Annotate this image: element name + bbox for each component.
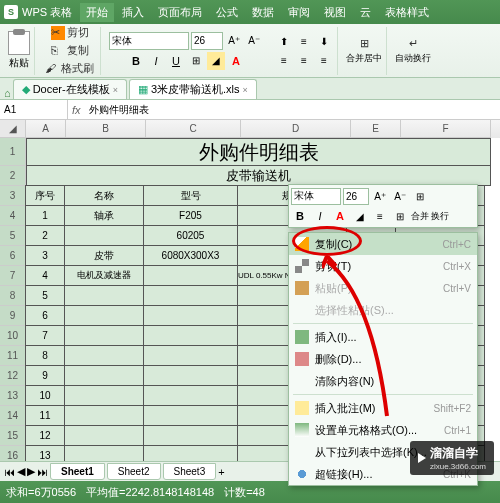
menu-layout[interactable]: 页面布局 bbox=[152, 3, 208, 22]
font-family-select[interactable] bbox=[109, 32, 189, 50]
bold-button[interactable]: B bbox=[127, 52, 145, 70]
col-header[interactable]: B bbox=[66, 120, 146, 138]
mini-size-select[interactable] bbox=[343, 188, 369, 205]
fontsize-down[interactable]: A⁻ bbox=[245, 32, 263, 50]
main-menu: 开始 插入 页面布局 公式 数据 审阅 视图 云 表格样式 bbox=[80, 3, 435, 22]
menu-insert[interactable]: 插入 bbox=[116, 3, 150, 22]
select-all-corner[interactable]: ◢ bbox=[0, 120, 26, 138]
sheet-nav-prev[interactable]: ◀ bbox=[17, 465, 25, 478]
mini-fontcolor[interactable]: A bbox=[331, 207, 349, 225]
formatpainter-button[interactable]: 🖌格式刷 bbox=[43, 60, 96, 77]
underline-button[interactable]: U bbox=[167, 52, 185, 70]
font-size-select[interactable] bbox=[191, 32, 223, 50]
blank-icon bbox=[295, 374, 309, 388]
align-group: ⬆ ≡ ⬇ ≡ ≡ ≡ bbox=[271, 27, 338, 75]
mini-fillcolor[interactable]: ◢ bbox=[351, 207, 369, 225]
cut-button[interactable]: ✂剪切 bbox=[49, 24, 91, 41]
name-box[interactable]: A1 bbox=[0, 100, 68, 119]
menu-cloud[interactable]: 云 bbox=[354, 3, 377, 22]
align-center[interactable]: ≡ bbox=[295, 51, 313, 69]
ctx-format[interactable]: 设置单元格格式(O)...Ctrl+1 bbox=[289, 419, 477, 441]
tab-workbook[interactable]: ▦3米皮带输送机.xls× bbox=[129, 79, 257, 99]
fontcolor-button[interactable]: A bbox=[227, 52, 245, 70]
menu-tablestyle[interactable]: 表格样式 bbox=[379, 3, 435, 22]
menu-review[interactable]: 审阅 bbox=[282, 3, 316, 22]
title-cell[interactable]: 外购件明细表 bbox=[26, 138, 491, 166]
mini-border[interactable]: ⊞ bbox=[391, 207, 409, 225]
blank-icon bbox=[295, 303, 309, 317]
status-avg: 平均值=2242.8148148148 bbox=[86, 485, 214, 500]
close-icon[interactable]: × bbox=[243, 85, 248, 95]
close-icon[interactable]: × bbox=[113, 85, 118, 95]
insert-icon bbox=[295, 330, 309, 344]
sheet-tab[interactable]: Sheet1 bbox=[50, 463, 105, 480]
watermark-brand: 溜溜自学 bbox=[430, 445, 486, 462]
mini-fontsize-up[interactable]: A⁺ bbox=[371, 187, 389, 205]
link-icon bbox=[295, 467, 309, 481]
format-icon bbox=[295, 423, 309, 437]
align-right[interactable]: ≡ bbox=[315, 51, 333, 69]
tab-docer[interactable]: ◆Docer-在线模板× bbox=[13, 79, 127, 99]
ribbon: 粘贴 ✂剪切 ⎘复制 🖌格式刷 A⁺ A⁻ B I U ⊞ ◢ A ⬆ ≡ ⬇ … bbox=[0, 24, 500, 78]
add-sheet-button[interactable]: + bbox=[218, 466, 224, 478]
col-header[interactable]: E bbox=[351, 120, 401, 138]
watermark-url: zixue.3d66.com bbox=[430, 462, 486, 471]
cut-icon bbox=[295, 259, 309, 273]
delete-icon bbox=[295, 352, 309, 366]
col-header[interactable]: A bbox=[26, 120, 66, 138]
menu-start[interactable]: 开始 bbox=[80, 3, 114, 22]
ctx-paste[interactable]: 粘贴(P)Ctrl+V bbox=[289, 277, 477, 299]
mini-wrap-label[interactable]: 换行 bbox=[431, 210, 449, 223]
mini-merge[interactable]: ⊞ bbox=[411, 187, 429, 205]
table-row: 2皮带输送机 bbox=[0, 166, 500, 186]
font-group: A⁺ A⁻ B I U ⊞ ◢ A bbox=[105, 27, 267, 75]
menu-view[interactable]: 视图 bbox=[318, 3, 352, 22]
border-button[interactable]: ⊞ bbox=[187, 52, 205, 70]
merge-button[interactable]: ⊞ bbox=[358, 36, 371, 51]
col-header[interactable]: D bbox=[241, 120, 351, 138]
col-header[interactable]: C bbox=[146, 120, 241, 138]
sheet-nav-next[interactable]: ▶ bbox=[27, 465, 35, 478]
ctx-comment[interactable]: 插入批注(M)Shift+F2 bbox=[289, 397, 477, 419]
ctx-delete[interactable]: 删除(D)... bbox=[289, 348, 477, 370]
align-bot[interactable]: ⬇ bbox=[315, 32, 333, 50]
play-icon bbox=[418, 453, 426, 463]
fillcolor-button[interactable]: ◢ bbox=[207, 52, 225, 70]
status-sum: 求和=6万0556 bbox=[6, 485, 76, 500]
mini-toolbar: A⁺ A⁻ ⊞ B I A ◢ ≡ ⊞ 合并 换行 bbox=[288, 184, 478, 228]
fx-icon[interactable]: fx bbox=[68, 104, 85, 116]
tabnav-icon[interactable]: ⌂ bbox=[4, 87, 11, 99]
ctx-clear[interactable]: 清除内容(N) bbox=[289, 370, 477, 392]
mini-align[interactable]: ≡ bbox=[371, 207, 389, 225]
wrap-button[interactable]: ↵ bbox=[407, 36, 420, 51]
paste-icon[interactable] bbox=[8, 31, 30, 55]
comment-icon bbox=[295, 401, 309, 415]
ctx-insert[interactable]: 插入(I)... bbox=[289, 326, 477, 348]
mini-fontsize-down[interactable]: A⁻ bbox=[391, 187, 409, 205]
align-mid[interactable]: ≡ bbox=[295, 32, 313, 50]
italic-button[interactable]: I bbox=[147, 52, 165, 70]
table-row: 1外购件明细表 bbox=[0, 138, 500, 166]
mini-bold[interactable]: B bbox=[291, 207, 309, 225]
copy-button[interactable]: ⎘复制 bbox=[49, 42, 91, 59]
ctx-cut[interactable]: 剪切(T)Ctrl+X bbox=[289, 255, 477, 277]
ctx-paste-special[interactable]: 选择性粘贴(S)... bbox=[289, 299, 477, 321]
sheet-nav-first[interactable]: ⏮ bbox=[4, 466, 15, 478]
mini-font-select[interactable] bbox=[291, 188, 341, 205]
sheet-tab[interactable]: Sheet3 bbox=[163, 463, 217, 480]
subtitle-cell[interactable]: 皮带输送机 bbox=[26, 166, 491, 186]
align-left[interactable]: ≡ bbox=[275, 51, 293, 69]
mini-italic[interactable]: I bbox=[311, 207, 329, 225]
formula-input[interactable]: 外购件明细表 bbox=[85, 103, 500, 117]
mini-merge-label[interactable]: 合并 bbox=[411, 210, 429, 223]
col-header[interactable]: F bbox=[401, 120, 491, 138]
menu-data[interactable]: 数据 bbox=[246, 3, 280, 22]
sheet-nav-last[interactable]: ⏭ bbox=[37, 466, 48, 478]
menu-formula[interactable]: 公式 bbox=[210, 3, 244, 22]
sheet-tab[interactable]: Sheet2 bbox=[107, 463, 161, 480]
ctx-copy[interactable]: 复制(C)Ctrl+C bbox=[289, 233, 477, 255]
column-headers: ◢ A B C D E F bbox=[0, 120, 500, 138]
align-top[interactable]: ⬆ bbox=[275, 32, 293, 50]
fontsize-up[interactable]: A⁺ bbox=[225, 32, 243, 50]
blank-icon bbox=[295, 445, 309, 459]
